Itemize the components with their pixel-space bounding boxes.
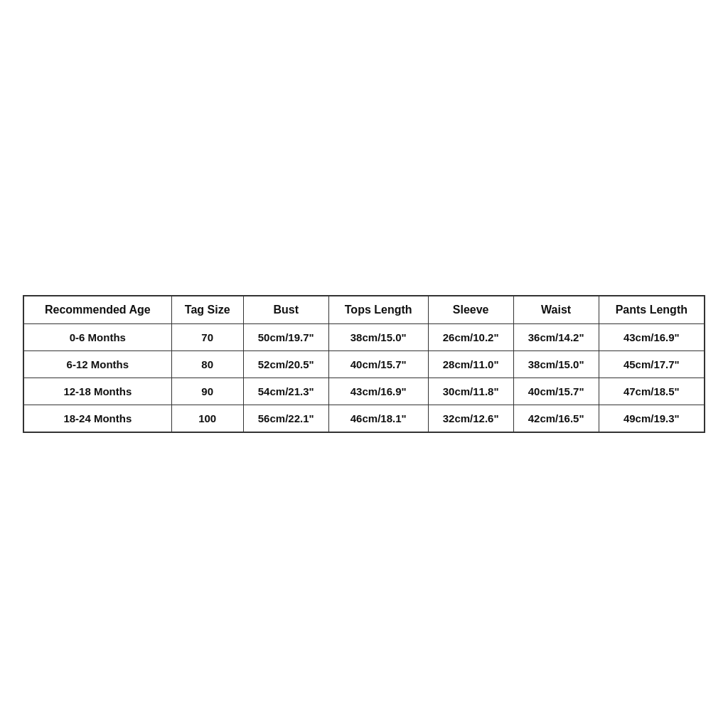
table-row: 12-18 Months9054cm/21.3"43cm/16.9"30cm/1… — [23, 378, 705, 405]
cell-age: 6-12 Months — [23, 351, 171, 378]
cell-tag-size: 90 — [171, 378, 243, 405]
cell-pants-length: 47cm/18.5" — [599, 378, 705, 405]
cell-waist: 40cm/15.7" — [513, 378, 599, 405]
cell-sleeve: 32cm/12.6" — [428, 405, 513, 433]
header-sleeve: Sleeve — [428, 296, 513, 324]
table-header-row: Recommended Age Tag Size Bust Tops Lengt… — [23, 296, 705, 324]
cell-age: 12-18 Months — [23, 378, 171, 405]
cell-age: 0-6 Months — [23, 324, 171, 351]
size-chart-container: Recommended Age Tag Size Bust Tops Lengt… — [23, 295, 705, 433]
cell-tag-size: 80 — [171, 351, 243, 378]
header-bust: Bust — [243, 296, 328, 324]
size-chart-table: Recommended Age Tag Size Bust Tops Lengt… — [23, 295, 705, 433]
cell-sleeve: 26cm/10.2" — [428, 324, 513, 351]
cell-waist: 42cm/16.5" — [513, 405, 599, 433]
header-recommended-age: Recommended Age — [23, 296, 171, 324]
table-row: 0-6 Months7050cm/19.7"38cm/15.0"26cm/10.… — [23, 324, 705, 351]
cell-bust: 52cm/20.5" — [243, 351, 328, 378]
cell-pants-length: 49cm/19.3" — [599, 405, 705, 433]
cell-bust: 54cm/21.3" — [243, 378, 328, 405]
cell-bust: 50cm/19.7" — [243, 324, 328, 351]
cell-tops-length: 38cm/15.0" — [328, 324, 428, 351]
cell-tops-length: 40cm/15.7" — [328, 351, 428, 378]
cell-waist: 38cm/15.0" — [513, 351, 599, 378]
cell-tops-length: 43cm/16.9" — [328, 378, 428, 405]
cell-age: 18-24 Months — [23, 405, 171, 433]
cell-sleeve: 30cm/11.8" — [428, 378, 513, 405]
cell-bust: 56cm/22.1" — [243, 405, 328, 433]
cell-pants-length: 45cm/17.7" — [599, 351, 705, 378]
header-tops-length: Tops Length — [328, 296, 428, 324]
cell-tops-length: 46cm/18.1" — [328, 405, 428, 433]
header-tag-size: Tag Size — [171, 296, 243, 324]
cell-pants-length: 43cm/16.9" — [599, 324, 705, 351]
cell-tag-size: 70 — [171, 324, 243, 351]
table-row: 18-24 Months10056cm/22.1"46cm/18.1"32cm/… — [23, 405, 705, 433]
cell-sleeve: 28cm/11.0" — [428, 351, 513, 378]
cell-waist: 36cm/14.2" — [513, 324, 599, 351]
header-waist: Waist — [513, 296, 599, 324]
table-row: 6-12 Months8052cm/20.5"40cm/15.7"28cm/11… — [23, 351, 705, 378]
header-pants-length: Pants Length — [599, 296, 705, 324]
cell-tag-size: 100 — [171, 405, 243, 433]
